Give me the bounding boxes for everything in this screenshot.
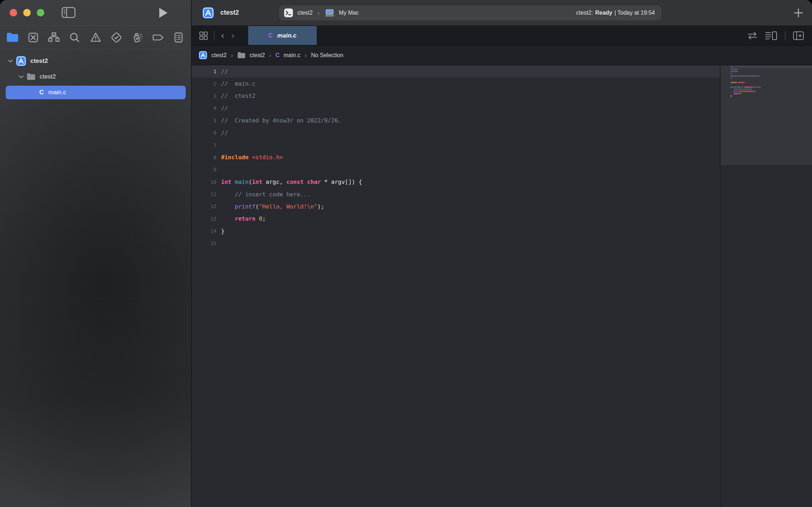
minimap-row — [731, 75, 760, 77]
code-text: return 0; — [221, 215, 266, 222]
activity-status[interactable]: ctest2: Ready | Today at 19:54 — [576, 10, 661, 16]
tab-bar: ‹ › C main.c — [192, 26, 812, 46]
tree-label: main.c — [48, 89, 66, 96]
code-text: // ctest2 — [221, 92, 255, 99]
related-items-icon[interactable] — [199, 31, 209, 41]
line-number: 2 — [192, 81, 216, 87]
status-state: Ready — [595, 10, 612, 16]
line-number: 8 — [192, 155, 216, 160]
code-text: #include <stdio.h> — [221, 154, 283, 161]
sidebar-toggle-icon[interactable] — [61, 7, 76, 18]
code-line-7[interactable]: 7 — [192, 139, 720, 151]
navigator-tab-strip — [0, 26, 191, 49]
back-icon[interactable]: ‹ — [220, 31, 225, 40]
jumpbar-selection[interactable]: No Selection — [311, 52, 344, 59]
tree-row-project[interactable]: ctest2 — [0, 53, 191, 69]
code-line-10[interactable]: 10int main(int argc, const char * argv[]… — [192, 176, 720, 188]
status-project: ctest2: — [576, 10, 593, 16]
run-play-icon[interactable] — [158, 7, 168, 19]
navigator-sidebar: ctest2 ctest2 C main.c — [0, 0, 192, 507]
add-editor-icon[interactable] — [793, 31, 804, 41]
jumpbar-project[interactable]: ctest2 — [211, 52, 227, 59]
code-line-13[interactable]: 13 return 0; — [192, 213, 720, 225]
find-navigator-icon[interactable] — [67, 30, 82, 45]
minimap-row — [731, 77, 732, 79]
code-line-12[interactable]: 12 printf("Hello, World!\n"); — [192, 200, 720, 212]
minimap-row — [731, 71, 738, 72]
source-control-icon[interactable] — [25, 30, 41, 45]
report-navigator-icon[interactable] — [171, 30, 186, 45]
line-number: 12 — [192, 204, 216, 209]
zoom-button[interactable] — [37, 9, 44, 16]
line-number: 7 — [192, 142, 216, 148]
line-number: 4 — [192, 105, 216, 111]
code-line-11[interactable]: 11 // insert code here... — [192, 188, 720, 200]
code-line-5[interactable]: 5// Created by 4nsw3r on 2022/9/26. — [192, 115, 720, 127]
terminal-scheme-icon — [284, 8, 294, 18]
minimize-button[interactable] — [23, 9, 31, 16]
symbol-navigator-icon[interactable] — [46, 30, 62, 45]
code-line-9[interactable]: 9 — [192, 164, 720, 176]
chevron-down-icon[interactable] — [5, 59, 16, 63]
folder-icon — [26, 73, 36, 81]
minimap-row — [731, 86, 760, 88]
project-navigator-folder-icon[interactable] — [5, 30, 20, 45]
jumpbar-file[interactable]: main.c — [284, 52, 300, 59]
line-number: 11 — [192, 191, 216, 197]
chevron-separator: › — [304, 51, 307, 59]
c-file-icon: C — [39, 89, 44, 96]
issue-navigator-icon[interactable] — [88, 30, 104, 45]
tab-main-c[interactable]: C main.c — [248, 26, 317, 45]
library-add-icon[interactable] — [793, 7, 804, 18]
forward-icon[interactable]: › — [230, 31, 235, 40]
editor-options-icon[interactable] — [765, 31, 778, 41]
chevron-separator: › — [317, 9, 320, 17]
titlebar[interactable] — [0, 0, 191, 26]
divider — [785, 31, 786, 40]
status-time: | Today at 19:54 — [615, 10, 655, 16]
line-number: 13 — [192, 216, 216, 222]
code-line-4[interactable]: 4// — [192, 102, 720, 114]
code-line-6[interactable]: 6// — [192, 127, 720, 139]
tree-row-group[interactable]: ctest2 — [0, 69, 191, 85]
code-text: int main(int argc, const char * argv[]) … — [221, 179, 362, 185]
close-button[interactable] — [10, 9, 17, 16]
line-number: 10 — [192, 179, 216, 185]
tab-title: main.c — [277, 32, 296, 39]
code-line-8[interactable]: 8#include <stdio.h> — [192, 151, 720, 164]
line-number: 15 — [192, 241, 216, 246]
minimap-row — [731, 66, 733, 68]
code-line-2[interactable]: 2// main.c — [192, 77, 720, 90]
code-lines[interactable]: 1//2// main.c3// ctest24//5// Created by… — [192, 65, 720, 507]
code-line-15[interactable]: 15 — [192, 237, 720, 249]
xcode-window: ctest2 ctest2 C main.c — [0, 0, 812, 507]
code-line-14[interactable]: 14} — [192, 225, 720, 237]
traffic-lights — [0, 9, 44, 16]
code-text: } — [221, 228, 225, 235]
minimap[interactable] — [720, 65, 812, 507]
app-project-icon — [202, 7, 214, 19]
app-project-icon[interactable] — [199, 51, 207, 60]
chevron-down-icon[interactable] — [16, 75, 26, 79]
code-review-icon[interactable] — [747, 31, 758, 40]
folder-icon — [237, 52, 246, 59]
line-number: 3 — [192, 93, 216, 99]
test-navigator-icon[interactable] — [109, 30, 124, 45]
c-file-icon: C — [276, 52, 280, 59]
code-line-3[interactable]: 3// ctest2 — [192, 90, 720, 102]
app-project-icon — [16, 56, 26, 66]
minimap-viewport — [721, 65, 812, 165]
divider — [214, 31, 215, 40]
toolbar: ctest2 ctest2 › — [192, 0, 812, 26]
code-line-1[interactable]: 1// — [192, 65, 720, 77]
code-text: // — [221, 130, 228, 136]
minimap-row — [731, 73, 732, 74]
line-number: 5 — [192, 118, 216, 124]
tree-row-file-selected[interactable]: C main.c — [0, 85, 191, 100]
debug-navigator-icon[interactable] — [129, 30, 145, 45]
scheme-selector[interactable]: ctest2 › My Mac — [279, 8, 359, 18]
line-number: 6 — [192, 130, 216, 136]
jumpbar-group[interactable]: ctest2 — [250, 52, 265, 59]
breakpoint-navigator-icon[interactable] — [150, 30, 166, 45]
editor-body: 1//2// main.c3// ctest24//5// Created by… — [192, 65, 812, 507]
